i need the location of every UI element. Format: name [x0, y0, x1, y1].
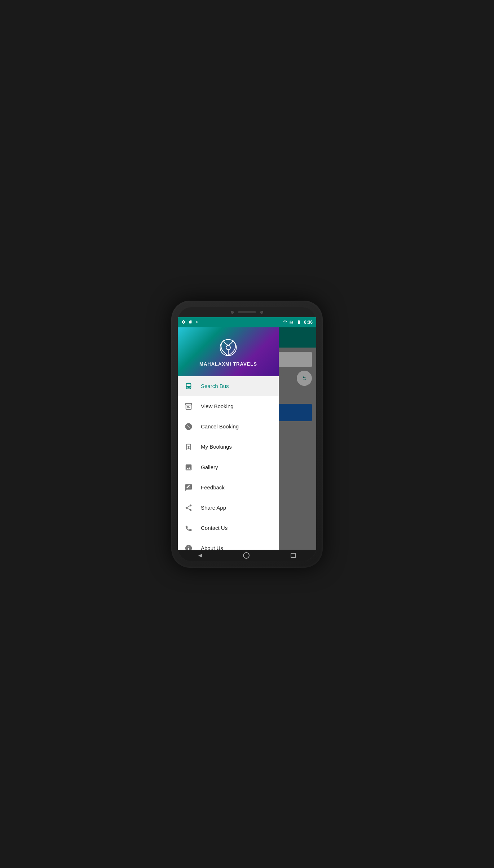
sidebar-item-my-bookings[interactable]: My Bookings	[178, 437, 279, 457]
sensor	[260, 311, 263, 314]
app-logo	[217, 337, 239, 358]
bus-icon	[184, 381, 194, 391]
wifi-icon	[282, 320, 287, 325]
navigation-drawer: MAHALAXMI TRAVELS Search	[178, 327, 279, 550]
sidebar-item-cancel-booking[interactable]: Cancel Booking	[178, 416, 279, 437]
svg-marker-5	[187, 446, 190, 448]
receipt-icon	[184, 401, 194, 411]
phone-icon	[184, 523, 194, 533]
time-display: 6:36	[304, 320, 313, 325]
phone-screen-container: 6:36	[178, 307, 316, 561]
home-button[interactable]	[243, 552, 250, 559]
about-us-label: About Us	[201, 545, 223, 550]
status-right-icons: 6:36	[282, 320, 313, 325]
sidebar-item-about-us[interactable]: About Us	[178, 538, 279, 550]
status-bar: 6:36	[178, 317, 316, 327]
utility-menu-section: Gallery Feedback	[178, 457, 279, 550]
sidebar-item-feedback[interactable]: Feedback	[178, 477, 279, 498]
speaker	[238, 311, 256, 313]
signal-icon	[290, 320, 294, 325]
sync-icon	[195, 320, 199, 325]
feedback-label: Feedback	[201, 484, 225, 490]
contact-us-label: Contact Us	[201, 525, 228, 531]
recents-button[interactable]	[291, 553, 296, 558]
star-icon	[184, 442, 194, 452]
phone-device: 6:36	[171, 301, 323, 568]
booking-menu-section: Search Bus View Booking	[178, 376, 279, 457]
svg-rect-3	[187, 406, 189, 407]
share-icon	[184, 503, 194, 513]
svg-point-2	[226, 345, 230, 350]
phone-bottom-nav: ◀	[178, 550, 316, 561]
sidebar-item-share-app[interactable]: Share App	[178, 498, 279, 518]
cancel-icon	[184, 422, 194, 432]
feedback-icon	[184, 483, 194, 493]
svg-rect-4	[187, 407, 190, 408]
sidebar-item-view-booking[interactable]: View Booking	[178, 396, 279, 416]
screen: 6:36	[178, 317, 316, 550]
drawer-app-title: MAHALAXMI TRAVELS	[199, 361, 257, 367]
svg-point-0	[197, 321, 198, 323]
battery-icon	[296, 320, 302, 325]
gallery-label: Gallery	[201, 464, 218, 470]
drawer-header: MAHALAXMI TRAVELS	[178, 327, 279, 376]
sd-card-icon	[189, 320, 192, 325]
menu-list: Search Bus View Booking	[178, 376, 279, 550]
settings-icon	[181, 320, 186, 325]
view-booking-label: View Booking	[201, 403, 234, 409]
info-icon	[184, 543, 194, 550]
front-camera	[231, 311, 234, 314]
status-left-icons	[181, 320, 199, 325]
phone-top-hardware	[178, 307, 316, 317]
share-app-label: Share App	[201, 505, 226, 511]
my-bookings-label: My Bookings	[201, 444, 232, 450]
search-bus-label: Search Bus	[201, 383, 229, 389]
gallery-icon	[184, 462, 194, 472]
cancel-booking-label: Cancel Booking	[201, 423, 239, 429]
back-button[interactable]: ◀	[198, 553, 202, 558]
sidebar-item-contact-us[interactable]: Contact Us	[178, 518, 279, 538]
sidebar-item-search-bus[interactable]: Search Bus	[178, 376, 279, 396]
sidebar-item-gallery[interactable]: Gallery	[178, 457, 279, 477]
